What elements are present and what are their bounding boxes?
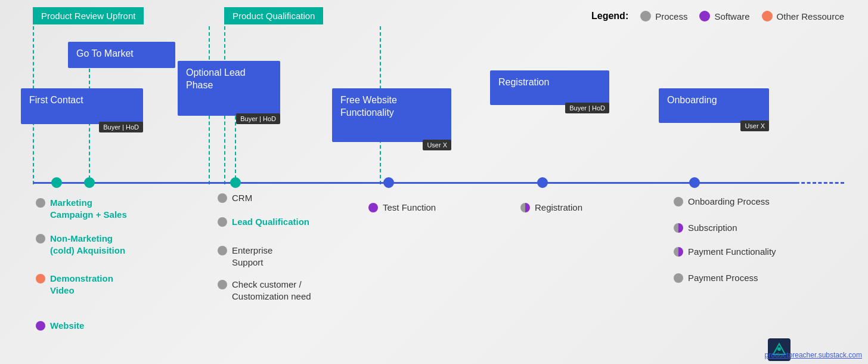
timeline-node-6 xyxy=(689,177,700,188)
role-badge-registration: Buyer | HoD xyxy=(565,103,609,113)
legend: Legend: Process Software Other Ressource xyxy=(591,11,844,21)
software-icon xyxy=(699,11,710,21)
legend-other-label: Other Ressource xyxy=(777,11,844,21)
below-marketing: MarketingCampaign + Sales xyxy=(36,197,127,220)
dot-onboarding-process xyxy=(674,197,683,206)
timeline-line xyxy=(33,182,796,184)
timeline-node-5 xyxy=(537,177,548,188)
step-go-to-market: Go To Market xyxy=(68,42,175,68)
below-enterprise: EnterpriseSupport xyxy=(218,245,272,268)
below-check-customer: Check customer /Customization need xyxy=(218,279,311,302)
below-website: Website xyxy=(36,320,84,332)
dot-crm xyxy=(218,193,227,203)
timeline-node-3 xyxy=(230,177,241,188)
timeline-dashed xyxy=(785,182,844,184)
dot-check-customer xyxy=(218,280,227,289)
legend-process-label: Process xyxy=(655,11,687,21)
label-registration: Registration xyxy=(535,202,582,214)
below-demo-video: DemonstrationVideo xyxy=(36,273,113,296)
dot-payment-proc xyxy=(674,273,683,283)
below-test-function: Test Function xyxy=(368,202,436,214)
dot-non-marketing xyxy=(36,234,45,243)
dot-lead-qual xyxy=(218,217,227,227)
process-icon xyxy=(640,11,651,21)
dot-website xyxy=(36,321,45,331)
diagram-container: Legend: Process Software Other Ressource… xyxy=(0,0,868,364)
label-non-marketing: Non-Marketing(cold) Akquisition xyxy=(50,233,125,256)
below-onboarding-process: Onboarding Process xyxy=(674,196,770,208)
below-registration: Registration xyxy=(520,202,582,214)
dot-marketing xyxy=(36,198,45,208)
legend-title: Legend: xyxy=(591,11,628,21)
label-subscription: Subscription xyxy=(688,222,737,234)
role-badge-optional-lead: Buyer | HoD xyxy=(236,113,280,124)
below-lead-qual: Lead Qualification xyxy=(218,216,309,228)
timeline-node-1 xyxy=(51,177,62,188)
label-crm: CRM xyxy=(232,192,252,204)
step-first-contact: First Contact Buyer | HoD xyxy=(21,88,143,124)
legend-item-software: Software xyxy=(699,11,749,21)
phase-product-review: Product Review Upfront xyxy=(33,7,144,24)
legend-item-process: Process xyxy=(640,11,687,21)
below-non-marketing: Non-Marketing(cold) Akquisition xyxy=(36,233,125,256)
dot-subscription xyxy=(674,223,683,233)
below-payment-func: Payment Functionality xyxy=(674,246,776,258)
legend-item-other: Other Ressource xyxy=(762,11,844,21)
step-free-website: Free WebsiteFunctionality User X xyxy=(332,88,451,142)
label-payment-proc: Payment Process xyxy=(688,272,758,284)
timeline-node-4 xyxy=(383,177,394,188)
role-badge-onboarding: User X xyxy=(740,121,769,131)
vdash-5 xyxy=(89,69,90,185)
below-subscription: Subscription xyxy=(674,222,737,234)
step-registration: Registration Buyer | HoD xyxy=(490,70,609,105)
dot-registration xyxy=(520,203,530,212)
watermark-url[interactable]: productpreacher.substack.com xyxy=(765,351,862,359)
label-demo-video: DemonstrationVideo xyxy=(50,273,113,296)
timeline-node-2 xyxy=(84,177,95,188)
phase-product-qualification: Product Qualification xyxy=(224,7,323,24)
role-badge-free-website: User X xyxy=(423,140,451,150)
dot-test-function xyxy=(368,203,378,212)
label-test-function: Test Function xyxy=(383,202,436,214)
other-icon xyxy=(762,11,773,21)
label-payment-func: Payment Functionality xyxy=(688,246,776,258)
label-website: Website xyxy=(50,320,84,332)
below-crm: CRM xyxy=(218,192,252,204)
label-onboarding-process: Onboarding Process xyxy=(688,196,770,208)
dot-payment-func xyxy=(674,247,683,257)
legend-software-label: Software xyxy=(714,11,749,21)
dot-enterprise xyxy=(218,246,227,255)
label-lead-qual: Lead Qualification xyxy=(232,216,309,228)
role-badge-first-contact: Buyer | HoD xyxy=(99,122,143,132)
dot-demo-video xyxy=(36,274,45,283)
label-check-customer: Check customer /Customization need xyxy=(232,279,311,302)
step-onboarding: Onboarding User X xyxy=(659,88,769,123)
label-marketing: MarketingCampaign + Sales xyxy=(50,197,127,220)
step-optional-lead: Optional LeadPhase Buyer | HoD xyxy=(178,61,280,116)
below-payment-proc: Payment Process xyxy=(674,272,758,284)
label-enterprise: EnterpriseSupport xyxy=(232,245,272,268)
